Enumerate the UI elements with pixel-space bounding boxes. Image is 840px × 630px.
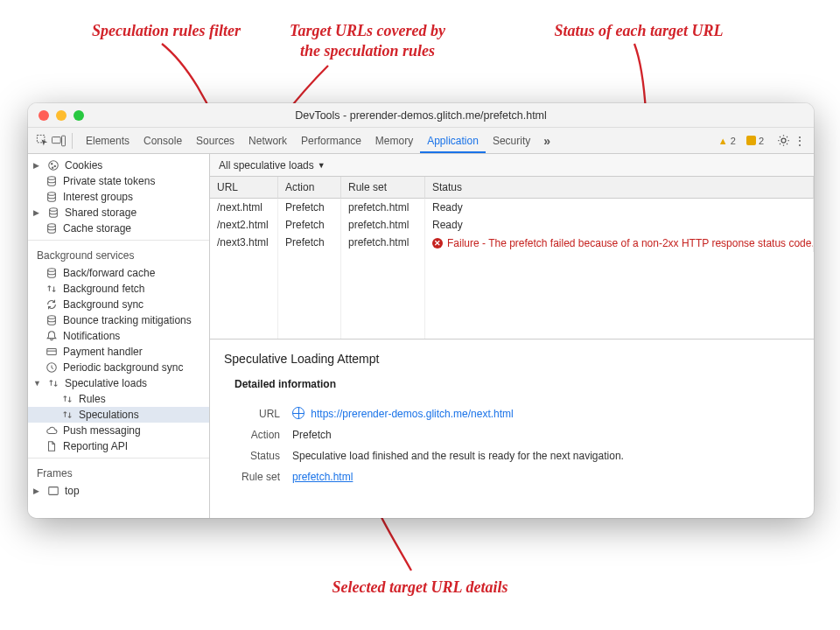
- globe-icon: [292, 407, 304, 419]
- sidebar-item-label: Notifications: [63, 330, 120, 342]
- settings-icon[interactable]: [776, 134, 790, 148]
- cell-url: /next.html: [210, 199, 278, 216]
- sidebar-item-label: Shared storage: [65, 206, 136, 219]
- detail-url-label: URL: [234, 408, 280, 420]
- cell-url: /next3.html: [210, 234, 278, 252]
- sidebar-item-background-sync[interactable]: Background sync: [28, 297, 209, 312]
- disclosure-triangle-icon: ▶: [33, 486, 40, 495]
- db-icon: [46, 175, 58, 187]
- cell-status: Ready: [432, 219, 463, 231]
- svg-rect-13: [47, 349, 57, 355]
- detail-status-label: Status: [234, 450, 280, 462]
- tab-performance[interactable]: Performance: [294, 129, 368, 153]
- inspect-icon[interactable]: [35, 134, 49, 148]
- db-icon: [46, 314, 58, 326]
- sidebar-item-back-forward-cache[interactable]: Back/forward cache: [28, 265, 209, 281]
- table-row[interactable]: /next2.htmlPrefetchprefetch.htmlReady: [210, 216, 814, 234]
- annotation-status: Status of each target URL: [525, 21, 752, 41]
- cookies-icon: [47, 159, 60, 172]
- sidebar-item-private-state-tokens[interactable]: Private state tokens: [28, 173, 209, 189]
- issue-count: 2: [759, 136, 764, 146]
- col-action[interactable]: Action: [278, 177, 341, 199]
- sidebar-item-interest-groups[interactable]: Interest groups: [28, 189, 209, 205]
- cell-ruleset: prefetch.html: [341, 199, 425, 216]
- disclosure-triangle-icon: ▶: [33, 161, 40, 170]
- sidebar-item-notifications[interactable]: Notifications: [28, 328, 209, 344]
- sidebar-item-label: Private state tokens: [63, 175, 155, 187]
- sidebar-item-cache-storage[interactable]: Cache storage: [28, 220, 209, 236]
- tab-application[interactable]: Application: [420, 129, 486, 153]
- sidebar-section-background-services: Background services: [28, 244, 209, 265]
- clock-icon: [46, 361, 58, 374]
- sidebar-item-label: Payment handler: [63, 346, 143, 358]
- window-controls: [38, 110, 84, 121]
- db-icon: [47, 206, 60, 219]
- detail-heading: Speculative Loading Attempt: [224, 352, 800, 366]
- sidebar-item-label: Interest groups: [63, 191, 133, 203]
- sidebar-item-label: Bounce tracking mitigations: [63, 314, 192, 326]
- devtools-window: DevTools - prerender-demos.glitch.me/pre…: [28, 103, 814, 518]
- col-status[interactable]: Status: [425, 177, 814, 199]
- table-row[interactable]: /next.htmlPrefetchprefetch.htmlReady: [210, 199, 814, 216]
- sidebar-item-payment-handler[interactable]: Payment handler: [28, 344, 209, 360]
- tab-memory[interactable]: Memory: [368, 129, 420, 153]
- maximize-window-button[interactable]: [74, 110, 84, 121]
- svg-point-11: [48, 269, 56, 272]
- sidebar-item-bounce-tracking-mitigations[interactable]: Bounce tracking mitigations: [28, 312, 209, 328]
- issue-icon: [746, 136, 756, 145]
- svg-point-7: [48, 177, 56, 180]
- speculation-filter-dropdown[interactable]: All speculative loads ▼: [219, 159, 326, 172]
- warnings-badge[interactable]: ▲ 2: [718, 136, 736, 146]
- sidebar-item-top[interactable]: ▶top: [28, 483, 209, 499]
- svg-point-3: [49, 161, 59, 171]
- detail-ruleset-link[interactable]: prefetch.html: [292, 471, 353, 483]
- error-icon: ✕: [432, 238, 443, 248]
- issues-badge[interactable]: 2: [746, 136, 764, 146]
- sidebar-item-label: Back/forward cache: [63, 267, 155, 279]
- sidebar-item-label: Background fetch: [63, 283, 144, 295]
- sidebar-item-reporting-api[interactable]: Reporting API: [28, 438, 209, 454]
- kebab-menu-icon[interactable]: ⋮: [793, 134, 807, 148]
- sidebar-item-background-fetch[interactable]: Background fetch: [28, 281, 209, 297]
- sidebar-item-label: Rules: [79, 393, 106, 405]
- col-url[interactable]: URL: [210, 177, 278, 199]
- svg-rect-1: [52, 136, 60, 143]
- cell-status: Failure - The prefetch failed because of…: [447, 237, 814, 249]
- annotation-filter: Speculation rules filter: [61, 21, 271, 41]
- col-ruleset[interactable]: Rule set: [341, 177, 425, 199]
- svg-point-10: [48, 224, 56, 228]
- detail-url-link[interactable]: https://prerender-demos.glitch.me/next.h…: [311, 408, 513, 420]
- application-sidebar: ▶CookiesPrivate state tokensInterest gro…: [28, 154, 210, 518]
- cell-action: Prefetch: [278, 216, 341, 234]
- device-toolbar-icon[interactable]: [52, 134, 66, 148]
- minimize-window-button[interactable]: [56, 110, 66, 121]
- speculation-filter-label: All speculative loads: [219, 159, 314, 172]
- cloud-icon: [46, 424, 58, 437]
- close-window-button[interactable]: [38, 110, 49, 121]
- sidebar-item-cookies[interactable]: ▶Cookies: [28, 158, 209, 173]
- sidebar-item-speculative-loads[interactable]: ▼Speculative loads: [28, 375, 209, 391]
- disclosure-triangle-icon: ▶: [33, 208, 40, 217]
- more-tabs-icon[interactable]: »: [540, 134, 554, 148]
- updown-icon: [47, 377, 60, 389]
- doc-icon: [46, 440, 58, 452]
- tab-security[interactable]: Security: [486, 129, 537, 153]
- tab-elements[interactable]: Elements: [79, 129, 136, 153]
- sidebar-item-periodic-background-sync[interactable]: Periodic background sync: [28, 360, 209, 375]
- sidebar-item-speculations[interactable]: Speculations: [28, 407, 209, 423]
- db-icon: [46, 267, 58, 279]
- tab-sources[interactable]: Sources: [189, 129, 242, 153]
- tab-console[interactable]: Console: [136, 129, 189, 153]
- sidebar-item-push-messaging[interactable]: Push messaging: [28, 423, 209, 438]
- titlebar: DevTools - prerender-demos.glitch.me/pre…: [28, 103, 814, 128]
- svg-rect-2: [62, 136, 66, 146]
- speculations-panel: All speculative loads ▼ URL Action Rule …: [210, 154, 814, 518]
- sidebar-section-frames: Frames: [28, 462, 209, 483]
- sidebar-item-label: top: [65, 485, 80, 497]
- table-row[interactable]: /next3.htmlPrefetchprefetch.html✕Failure…: [210, 234, 814, 252]
- svg-point-8: [48, 192, 56, 196]
- divider: [72, 133, 73, 149]
- sidebar-item-rules[interactable]: Rules: [28, 391, 209, 407]
- tab-network[interactable]: Network: [242, 129, 294, 153]
- sidebar-item-shared-storage[interactable]: ▶Shared storage: [28, 205, 209, 220]
